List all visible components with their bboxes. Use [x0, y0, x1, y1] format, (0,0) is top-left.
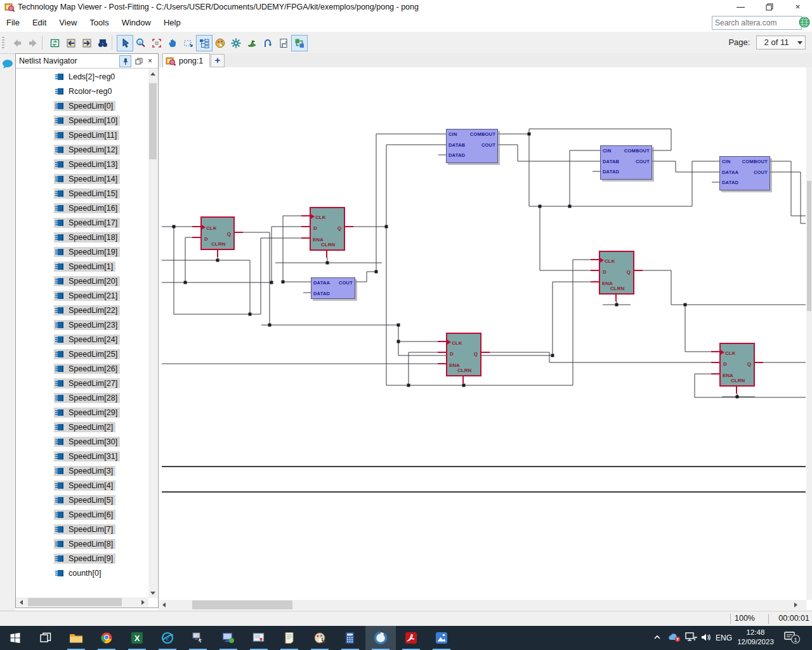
netlist-item[interactable]: SpeedLim[0] — [16, 98, 148, 113]
netlist-item[interactable]: SpeedLim[2] — [16, 420, 148, 434]
netlist-item[interactable]: SpeedLim[28] — [16, 390, 148, 405]
clock[interactable]: 12:48 12/09/2023 — [733, 628, 778, 647]
logic-cell[interactable]: CINDATAADATADCOMBOUTCOUT — [719, 156, 770, 190]
next-page-button[interactable] — [79, 35, 95, 51]
logic-cell[interactable]: CINDATABDATADCOMBOUTCOUT — [600, 145, 652, 180]
page-dropdown[interactable]: 2 of 11 — [756, 36, 806, 50]
netlist-hscroll-thumb[interactable] — [28, 598, 122, 606]
menu-help[interactable]: Help — [157, 14, 187, 27]
flipflop[interactable]: CLKDENAQCLRN — [310, 207, 345, 251]
netlist-item[interactable]: SpeedLim[14] — [16, 171, 148, 186]
canvas-scroll-right-arrow[interactable] — [794, 602, 797, 607]
netlist-item[interactable]: SpeedLim[30] — [16, 434, 148, 449]
taskbar-excel[interactable]: X — [122, 626, 152, 650]
volume-icon[interactable] — [700, 632, 713, 646]
netlist-item[interactable]: SpeedLim[13] — [16, 157, 148, 171]
back-button[interactable] — [9, 35, 25, 51]
menu-view[interactable]: View — [53, 14, 83, 27]
flipflop[interactable]: CLKDENAQCLRN — [719, 343, 755, 387]
taskbar-start[interactable] — [0, 626, 30, 650]
rubber-band-zoom-button[interactable] — [180, 35, 197, 51]
netlist-item[interactable]: SpeedLim[15] — [16, 186, 148, 201]
toolbar-grip[interactable] — [2, 37, 4, 48]
netlist-item[interactable]: SpeedLim[31] — [16, 449, 148, 463]
tray-chevron-icon[interactable] — [652, 632, 662, 645]
netlist-item[interactable]: SpeedLim[8] — [16, 536, 148, 551]
netlist-item[interactable]: SpeedLim[6] — [16, 507, 148, 522]
scroll-right-arrow[interactable] — [141, 600, 145, 605]
pin-icon[interactable] — [119, 55, 131, 67]
zoom-tool-button[interactable]: ± — [133, 35, 149, 51]
canvas-horizontal-scrollbar[interactable] — [159, 600, 806, 610]
netlist-navigator-toggle-button[interactable] — [196, 35, 213, 51]
taskbar-paint[interactable] — [304, 626, 335, 650]
taskbar-internet-explorer[interactable]: e — [152, 626, 183, 650]
pan-tool-button[interactable] — [164, 35, 181, 51]
netlist-item[interactable]: SpeedLim[24] — [16, 332, 148, 347]
canvas-hscroll-thumb[interactable] — [192, 600, 292, 609]
netlist-item[interactable]: SpeedLim[10] — [16, 113, 148, 128]
scroll-up-arrow[interactable] — [150, 72, 155, 76]
netlist-item[interactable]: SpeedLim[22] — [16, 303, 148, 317]
taskbar-notepad[interactable] — [274, 626, 304, 650]
netlist-item[interactable]: Leds[2]~reg0 — [16, 69, 148, 84]
flipflop[interactable]: CLKDENAQCLRN — [446, 333, 481, 376]
logic-cell[interactable]: DATAADATADCOUT — [311, 277, 355, 299]
panel-header[interactable]: Netlist Navigator × — [16, 54, 158, 69]
netlist-item[interactable]: SpeedLim[11] — [16, 128, 148, 142]
netlist-item[interactable]: SpeedLim[18] — [16, 230, 148, 244]
restore-button[interactable] — [755, 0, 783, 14]
netlist-item[interactable]: SpeedLim[16] — [16, 201, 148, 215]
netlist-vscroll-thumb[interactable] — [149, 83, 157, 159]
fit-view-button[interactable] — [148, 35, 165, 51]
network-icon[interactable] — [685, 632, 698, 645]
netlist-item[interactable]: SpeedLim[21] — [16, 288, 148, 303]
netlist-item[interactable]: SpeedLim[19] — [16, 244, 148, 259]
taskbar-remote-desktop[interactable] — [183, 626, 213, 650]
netlist-vertical-scrollbar[interactable] — [148, 69, 157, 598]
new-page-button[interactable] — [275, 35, 292, 51]
scroll-down-arrow[interactable] — [150, 592, 155, 595]
select-tool-button[interactable] — [117, 35, 133, 51]
notification-icon[interactable]: 1 — [784, 631, 801, 647]
canvas-scroll-left-arrow[interactable] — [162, 602, 166, 607]
netlist-item[interactable]: Rcolor~reg0 — [16, 84, 148, 98]
netlist-item[interactable]: SpeedLim[3] — [16, 463, 148, 478]
refresh-page-button[interactable] — [47, 35, 63, 51]
minimize-button[interactable]: — — [726, 0, 755, 14]
taskbar-file-explorer[interactable] — [61, 626, 91, 650]
viewer-settings-button[interactable] — [228, 35, 244, 51]
language-indicator[interactable]: ENG — [716, 633, 732, 642]
previous-page-button[interactable] — [63, 35, 79, 51]
netlist-item[interactable]: counth[0] — [16, 566, 148, 580]
scroll-left-arrow[interactable] — [20, 600, 23, 605]
canvas-vscroll-thumb[interactable] — [807, 181, 811, 311]
comment-bubble-icon[interactable] — [2, 59, 13, 72]
forward-button[interactable] — [25, 35, 41, 51]
netlist-item[interactable]: SpeedLim[29] — [16, 405, 148, 420]
netlist-item[interactable]: SpeedLim[27] — [16, 376, 148, 390]
search-input[interactable] — [712, 16, 802, 30]
flipflop[interactable]: CLKDENAQCLRN — [599, 251, 634, 295]
find-button[interactable] — [95, 35, 111, 51]
netlist-item[interactable]: SpeedLim[23] — [16, 317, 148, 332]
netlist-item[interactable]: SpeedLim[25] — [16, 347, 148, 361]
netlist-item[interactable]: SpeedLim[17] — [16, 215, 148, 230]
trace-paths-button[interactable] — [259, 35, 276, 51]
close-button[interactable]: × — [783, 0, 812, 14]
logic-cell[interactable]: CINDATABDATADCOMBOUTCOUT — [446, 129, 498, 163]
menu-window[interactable]: Window — [115, 14, 157, 27]
onedrive-icon[interactable] — [667, 632, 681, 646]
taskbar-screen-recorder[interactable] — [244, 626, 274, 650]
color-settings-button[interactable] — [212, 35, 228, 51]
menu-tools[interactable]: Tools — [83, 14, 115, 27]
taskbar-quartus-viewer[interactable] — [365, 626, 396, 650]
taskbar-photos[interactable] — [426, 626, 457, 650]
flipflop[interactable]: CLKDQCLRN — [200, 216, 235, 250]
taskbar-acrobat[interactable] — [396, 626, 426, 650]
netlist-item[interactable]: SpeedLim[5] — [16, 493, 148, 507]
schematic-canvas[interactable]: CINDATABDATADCOMBOUTCOUTCINDATABDATADCOM… — [159, 67, 806, 600]
menu-file[interactable]: File — [0, 14, 26, 27]
new-tab-button[interactable]: + — [211, 54, 225, 67]
netlist-item[interactable]: SpeedLim[26] — [16, 361, 148, 376]
